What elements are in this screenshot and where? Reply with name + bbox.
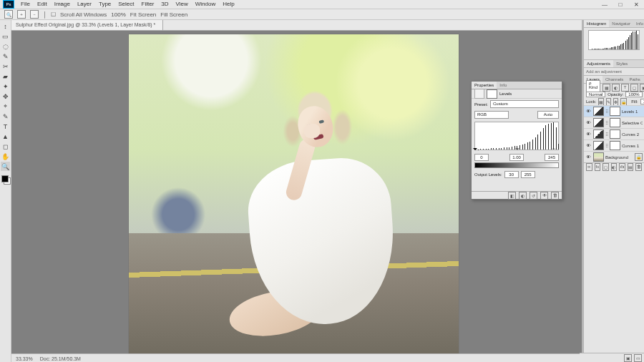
zoom-tool-icon[interactable]: 🔍 <box>4 10 13 19</box>
mid-input[interactable]: 1.00 <box>509 154 524 161</box>
window-minimize-button[interactable]: — <box>597 1 613 8</box>
layer-thumb[interactable] <box>593 152 604 162</box>
heal-tool-icon[interactable]: ✦ <box>1 82 10 91</box>
layer-mask-icon[interactable] <box>487 89 497 99</box>
new-group-icon[interactable]: 🗀 <box>619 163 625 171</box>
layer-thumb[interactable] <box>593 107 604 116</box>
output-black-input[interactable]: 30 <box>504 171 519 178</box>
menu-type[interactable]: Type <box>95 0 114 9</box>
hand-tool-icon[interactable]: ✋ <box>1 152 10 161</box>
new-adjustment-icon[interactable]: ◐ <box>611 163 618 171</box>
layer-thumb[interactable] <box>593 129 604 139</box>
lock-pixels-icon[interactable]: ✎ <box>606 98 611 106</box>
link-layers-icon[interactable]: ∞ <box>586 163 592 171</box>
filter-smart-icon[interactable]: ▣ <box>640 84 644 92</box>
filter-pixel-icon[interactable]: ▦ <box>602 84 610 92</box>
tab-properties[interactable]: Properties <box>472 82 497 89</box>
properties-panel[interactable]: Properties Info Levels Preset: Custom RG… <box>471 81 562 200</box>
canvas[interactable] <box>129 34 459 362</box>
mask-thumb[interactable] <box>610 129 620 139</box>
tab-info-right[interactable]: Info <box>633 20 644 27</box>
tab-histogram[interactable]: Histogram <box>584 20 609 27</box>
visibility-toggle-icon[interactable]: 👁 <box>585 108 592 114</box>
visibility-toggle-icon[interactable]: 👁 <box>585 154 592 160</box>
type-tool-icon[interactable]: T <box>1 122 10 131</box>
layer-thumb[interactable] <box>593 118 604 127</box>
layer-row[interactable]: 👁⠿Curves 2 <box>584 128 644 140</box>
lasso-tool-icon[interactable]: ◌ <box>1 41 10 51</box>
layer-thumb[interactable] <box>593 141 604 150</box>
channel-dropdown[interactable]: RGB <box>474 111 509 119</box>
visibility-toggle-icon[interactable]: 👁 <box>585 142 592 149</box>
layer-style-icon[interactable]: fx <box>595 163 601 171</box>
white-input[interactable]: 245 <box>545 154 559 161</box>
menu-3d[interactable]: 3D <box>157 0 172 9</box>
window-close-button[interactable]: ✕ <box>628 1 644 8</box>
lock-position-icon[interactable]: ✥ <box>613 98 618 106</box>
path-tool-icon[interactable]: ▲ <box>1 132 10 141</box>
black-point-slider[interactable] <box>473 148 477 152</box>
delete-adjustment-icon[interactable]: 🗑 <box>551 192 559 200</box>
output-gradient[interactable] <box>474 162 559 168</box>
menu-image[interactable]: Image <box>51 0 74 9</box>
layer-row[interactable]: 👁Background🔒 <box>584 151 644 162</box>
menu-select[interactable]: Select <box>114 0 137 9</box>
tab-navigator[interactable]: Navigator <box>609 20 633 27</box>
clip-to-layer-icon[interactable]: ◧ <box>508 192 516 200</box>
zoom-out-icon[interactable]: － <box>30 10 39 19</box>
tab-channels[interactable]: Channels <box>602 76 626 83</box>
layer-row[interactable]: 👁⠿Selective Color 1 <box>584 117 644 128</box>
menu-view[interactable]: View <box>172 0 192 9</box>
menu-file[interactable]: File <box>17 0 34 9</box>
filter-adjust-icon[interactable]: ◐ <box>612 84 620 92</box>
shape-tool-icon[interactable]: ◻ <box>1 142 10 151</box>
brush-tool-icon[interactable]: ✥ <box>1 92 10 101</box>
menu-window[interactable]: Window <box>192 0 219 9</box>
blend-mode-dropdown[interactable]: Normal <box>586 92 605 97</box>
black-input[interactable]: 0 <box>474 154 489 161</box>
view-previous-icon[interactable]: ◐ <box>519 192 527 200</box>
tab-styles[interactable]: Styles <box>613 60 630 67</box>
menu-filter[interactable]: Filter <box>138 0 158 9</box>
lock-transparent-icon[interactable]: ▦ <box>598 98 604 106</box>
menu-help[interactable]: Help <box>219 0 238 9</box>
filter-type-icon[interactable]: T <box>621 84 629 92</box>
opt-fill-button[interactable]: Fill Screen <box>160 11 187 18</box>
mask-thumb[interactable] <box>610 141 620 150</box>
preset-dropdown[interactable]: Custom <box>490 100 559 108</box>
crop-tool-icon[interactable]: ✂ <box>1 62 10 71</box>
status-zoom[interactable]: 33.33% <box>16 356 33 361</box>
mask-thumb[interactable] <box>610 107 620 116</box>
fill-field[interactable]: 100% <box>640 99 644 104</box>
menu-layer[interactable]: Layer <box>74 0 95 9</box>
wand-tool-icon[interactable]: ✎ <box>1 52 10 61</box>
mask-thumb[interactable] <box>610 118 620 127</box>
window-maximize-button[interactable]: □ <box>613 1 628 8</box>
pencil-tool-icon[interactable]: ✎ <box>1 112 10 121</box>
visibility-toggle-icon[interactable]: 👁 <box>585 119 592 126</box>
marquee-tool-icon[interactable]: ▭ <box>1 31 10 41</box>
screen-mode-icon[interactable]: ▭ <box>634 354 642 362</box>
visibility-toggle-icon[interactable]: 👁 <box>585 131 592 137</box>
toggle-panels-icon[interactable]: ▣ <box>624 354 632 362</box>
document-tab[interactable]: Sulphur Effect Original.jpg @ 33.3% (Lev… <box>11 20 163 30</box>
delete-layer-icon[interactable]: 🗑 <box>635 163 642 171</box>
layer-row[interactable]: 👁⠿Curves 1 <box>584 140 644 151</box>
new-layer-icon[interactable]: ▤ <box>628 163 634 171</box>
tab-adjustments[interactable]: Adjustments <box>584 60 613 67</box>
tab-info[interactable]: Info <box>497 82 509 89</box>
levels-histogram[interactable] <box>474 122 559 150</box>
filter-shape-icon[interactable]: ◻ <box>630 84 638 92</box>
opt-fit-button[interactable]: Fit Screen <box>130 11 156 18</box>
lock-all-icon[interactable]: 🔒 <box>620 98 627 106</box>
zoom-in-icon[interactable]: ＋ <box>17 10 26 19</box>
move-tool-icon[interactable]: ↕ <box>1 21 10 31</box>
eyedropper-tool-icon[interactable]: ▰ <box>1 72 10 81</box>
opt-checkbox[interactable]: ☐ <box>51 11 56 18</box>
tab-paths[interactable]: Paths <box>626 76 643 83</box>
toggle-visibility-icon[interactable]: 👁 <box>540 192 548 200</box>
output-white-input[interactable]: 255 <box>521 171 535 178</box>
menu-edit[interactable]: Edit <box>34 0 51 9</box>
opacity-field[interactable]: 100% <box>625 92 642 97</box>
auto-button[interactable]: Auto <box>537 111 559 119</box>
